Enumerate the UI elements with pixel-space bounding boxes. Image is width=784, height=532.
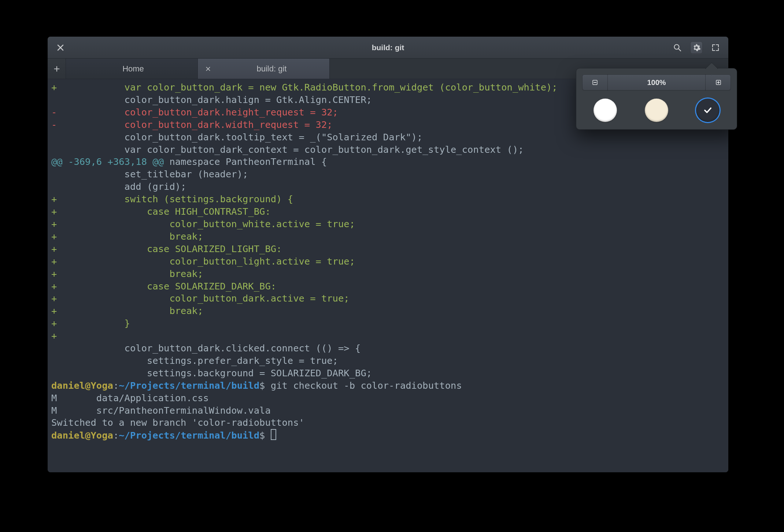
- tab-label: Home: [84, 64, 195, 74]
- tab-label: build: git: [216, 64, 327, 74]
- prompt-line: daniel@Yoga:~/Projects/terminal/build$ g…: [51, 380, 725, 392]
- headerbar: build: git: [48, 37, 728, 59]
- diff-line: color_button_dark.tooltip_text = _("Sola…: [51, 131, 725, 144]
- diff-line: set_titlebar (header);: [51, 168, 725, 181]
- diff-line: + case SOLARIZED_DARK_BG:: [51, 280, 725, 293]
- zoom-out-button[interactable]: [582, 74, 608, 90]
- window-title: build: git: [48, 43, 728, 52]
- headerbar-left: [48, 41, 73, 54]
- output-line: Switched to a new branch 'color-radiobut…: [51, 417, 725, 429]
- theme-selector: [582, 99, 731, 123]
- zoom-in-button[interactable]: [705, 74, 731, 90]
- maximize-button[interactable]: [709, 41, 722, 54]
- zoom-level-label[interactable]: 100%: [608, 74, 705, 90]
- theme-swatch-high-contrast[interactable]: [593, 99, 617, 122]
- cursor: [271, 429, 276, 440]
- diff-line: settings.prefer_dark_style = true;: [51, 355, 725, 367]
- theme-swatch-solarized-dark[interactable]: [696, 99, 720, 122]
- diff-line: + color_button_dark.active = true;: [51, 292, 725, 305]
- settings-popover: 100%: [576, 68, 737, 130]
- terminal-output[interactable]: + var color_button_dark = new Gtk.RadioB…: [48, 79, 728, 472]
- close-icon: [56, 43, 65, 52]
- theme-swatch-solarized-light[interactable]: [645, 99, 668, 122]
- headerbar-right: [665, 41, 728, 54]
- check-icon: [703, 105, 713, 115]
- diff-line: + case SOLARIZED_LIGHT_BG:: [51, 243, 725, 255]
- window-close-button[interactable]: [54, 41, 67, 54]
- diff-line: + case HIGH_CONTRAST_BG:: [51, 206, 725, 218]
- tab-close-button[interactable]: [203, 64, 213, 74]
- diff-line: + color_button_light.active = true;: [51, 255, 725, 268]
- diff-hunk-header: @@ -369,6 +363,18 @@ namespace PantheonT…: [51, 156, 725, 168]
- diff-line: + }: [51, 317, 725, 330]
- output-line: M src/PantheonTerminalWindow.vala: [51, 404, 725, 417]
- diff-line: + break;: [51, 268, 725, 280]
- diff-line: color_button_dark.clicked.connect (() =>…: [51, 342, 725, 355]
- new-tab-button[interactable]: [48, 59, 66, 79]
- plus-icon: [53, 65, 61, 73]
- diff-line: var color_button_dark_context = color_bu…: [51, 144, 725, 156]
- zoom-in-icon: [715, 79, 722, 86]
- zoom-control: 100%: [582, 74, 731, 90]
- gear-icon: [692, 43, 701, 52]
- diff-line: + break;: [51, 230, 725, 243]
- tab-home[interactable]: Home: [66, 59, 198, 79]
- diff-line: + switch (settings.background) {: [51, 193, 725, 206]
- close-icon: [205, 66, 211, 72]
- diff-line: settings.background = SOLARIZED_DARK_BG;: [51, 367, 725, 380]
- diff-line: + color_button_white.active = true;: [51, 218, 725, 230]
- search-icon: [673, 43, 682, 52]
- diff-line: + break;: [51, 305, 725, 317]
- search-button[interactable]: [671, 41, 684, 54]
- diff-line: +: [51, 330, 725, 342]
- maximize-icon: [711, 43, 720, 52]
- close-icon: [73, 66, 79, 72]
- settings-button[interactable]: [690, 41, 703, 54]
- zoom-out-icon: [592, 79, 598, 86]
- diff-line: add (grid);: [51, 181, 725, 193]
- tab-build-git[interactable]: build: git: [198, 59, 330, 79]
- prompt-line: daniel@Yoga:~/Projects/terminal/build$: [51, 429, 725, 442]
- output-line: M data/Application.css: [51, 392, 725, 404]
